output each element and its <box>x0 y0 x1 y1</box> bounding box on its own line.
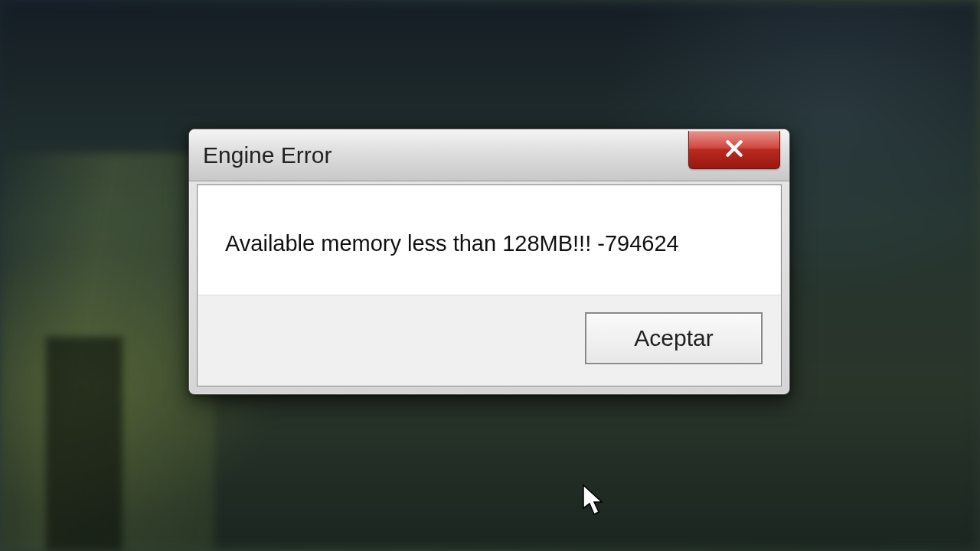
background-shadow <box>46 337 122 551</box>
error-message: Available memory less than 128MB!!! -794… <box>225 231 753 256</box>
message-area: Available memory less than 128MB!!! -794… <box>198 185 781 295</box>
dialog-title: Engine Error <box>203 142 332 168</box>
dialog-content: Available memory less than 128MB!!! -794… <box>197 184 782 386</box>
dialog-titlebar[interactable]: Engine Error <box>189 129 789 181</box>
button-area: Aceptar <box>198 295 781 386</box>
accept-button[interactable]: Aceptar <box>585 312 763 364</box>
close-button[interactable] <box>688 131 780 169</box>
error-dialog: Engine Error Available memory less than … <box>188 129 790 395</box>
close-icon <box>724 139 744 161</box>
